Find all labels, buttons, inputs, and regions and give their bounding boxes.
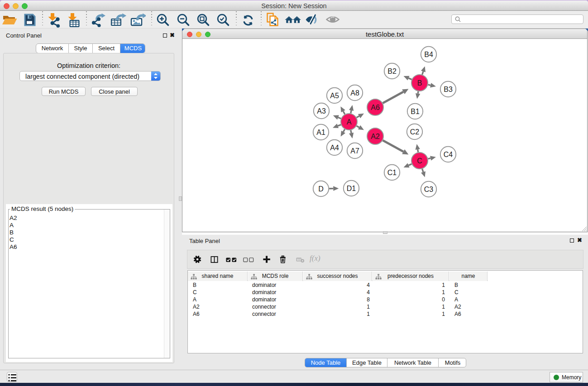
svg-text:C3: C3 <box>424 186 434 193</box>
svg-text:A6: A6 <box>371 104 380 111</box>
svg-text:C1: C1 <box>387 169 397 176</box>
svg-text:C2: C2 <box>410 128 420 136</box>
svg-text:B3: B3 <box>444 86 453 93</box>
svg-text:D: D <box>318 185 324 193</box>
svg-text:B4: B4 <box>424 51 433 58</box>
svg-text:D1: D1 <box>347 185 356 192</box>
svg-text:B2: B2 <box>387 67 397 75</box>
svg-text:C: C <box>417 157 422 165</box>
svg-text:B1: B1 <box>411 108 420 115</box>
svg-text:C4: C4 <box>444 151 453 158</box>
svg-text:A5: A5 <box>330 92 339 100</box>
svg-text:A7: A7 <box>350 147 359 155</box>
svg-text:A4: A4 <box>330 144 339 152</box>
svg-text:A3: A3 <box>317 107 326 115</box>
svg-text:A1: A1 <box>316 129 325 136</box>
svg-text:A8: A8 <box>350 89 359 97</box>
svg-text:B: B <box>417 79 422 87</box>
svg-text:A: A <box>347 118 352 126</box>
svg-text:A2: A2 <box>371 133 380 140</box>
